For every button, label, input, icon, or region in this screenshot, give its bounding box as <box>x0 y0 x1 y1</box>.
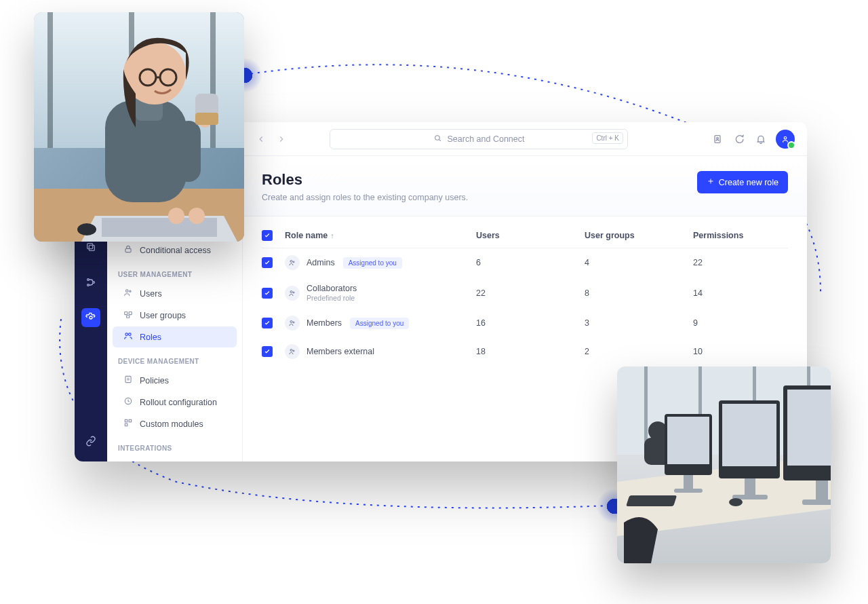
role-subtext: Predefined role <box>307 294 357 302</box>
svg-rect-61 <box>129 419 132 422</box>
sidebar-item-label: Roles <box>140 333 161 342</box>
svg-rect-54 <box>129 312 132 315</box>
sidebar-item-users[interactable]: Users <box>113 283 237 304</box>
svg-rect-40 <box>816 480 828 501</box>
svg-point-71 <box>290 321 292 323</box>
sidebar-item-label: Policies <box>140 376 169 385</box>
svg-point-19 <box>168 208 184 224</box>
svg-point-20 <box>189 208 205 224</box>
avatar[interactable] <box>776 130 795 149</box>
search-input[interactable]: Search and Connect Ctrl + K <box>330 129 628 149</box>
svg-point-68 <box>293 261 294 263</box>
sidebar-item-rollout[interactable]: Rollout configuration <box>113 392 237 413</box>
svg-point-73 <box>290 350 292 352</box>
search-placeholder: Search and Connect <box>448 134 525 144</box>
shortcut-hint: Ctrl + K <box>592 132 623 144</box>
row-checkbox[interactable] <box>262 346 273 357</box>
cell-groups: 2 <box>585 347 693 356</box>
select-all-checkbox[interactable] <box>262 230 273 241</box>
sidebar-item-roles[interactable]: Roles <box>113 326 237 347</box>
nav-forward-button[interactable] <box>275 133 288 145</box>
role-name: Members external <box>307 347 374 356</box>
rail-item-link[interactable] <box>81 432 100 451</box>
table-row[interactable]: AdminsAssigned to you6422 <box>262 248 788 277</box>
plus-icon <box>707 177 715 187</box>
role-icon <box>285 255 300 270</box>
table-row[interactable]: MembersAssigned to you1639 <box>262 309 788 337</box>
svg-rect-53 <box>125 312 127 315</box>
col-user-groups[interactable]: User groups <box>585 231 693 240</box>
row-checkbox[interactable] <box>262 288 273 299</box>
cell-users: 18 <box>476 347 585 356</box>
sidebar-item-endpoint-protection[interactable]: Endpoint Protection <box>113 457 237 461</box>
modules-icon <box>123 418 133 430</box>
button-label: Create new role <box>719 178 778 187</box>
sidebar-item-label: User groups <box>140 311 186 320</box>
sidebar-item-conditional-access[interactable]: Conditional access <box>113 240 237 261</box>
svg-rect-39 <box>787 390 831 466</box>
table-header: Role name↑ Users User groups Permissions <box>262 223 788 248</box>
svg-point-46 <box>87 279 90 281</box>
col-role-name[interactable]: Role name↑ <box>285 231 476 240</box>
svg-rect-15 <box>176 121 201 182</box>
sidebar-item-label: Rollout configuration <box>140 398 217 407</box>
col-users[interactable]: Users <box>476 231 585 240</box>
role-name: Admins <box>307 258 335 267</box>
chat-icon[interactable] <box>732 132 746 146</box>
photo-user-laptop <box>34 12 244 242</box>
svg-point-66 <box>784 136 787 139</box>
sidebar-item-label: Conditional access <box>140 246 211 255</box>
svg-point-69 <box>290 290 292 292</box>
sidebar-item-label: Custom modules <box>140 419 203 429</box>
role-icon <box>285 344 300 359</box>
svg-point-47 <box>87 284 90 286</box>
svg-rect-33 <box>674 489 703 493</box>
svg-point-8 <box>77 223 96 235</box>
role-cell: MembersAssigned to you <box>285 316 476 331</box>
topbar: Search and Connect Ctrl + K <box>243 122 807 156</box>
svg-rect-2 <box>47 12 53 148</box>
contacts-icon[interactable] <box>711 132 724 146</box>
photo-office-desks <box>617 366 831 563</box>
cell-perms: 9 <box>693 318 788 328</box>
svg-rect-42 <box>626 495 677 506</box>
role-name: Members <box>307 318 342 328</box>
user-groups-icon <box>123 309 133 321</box>
cell-groups: 4 <box>585 258 693 267</box>
row-checkbox[interactable] <box>262 257 273 268</box>
svg-point-74 <box>293 350 294 352</box>
roles-icon <box>123 331 133 343</box>
page-header: Roles Create and assign roles to the exi… <box>243 156 807 216</box>
bell-icon[interactable] <box>754 132 768 146</box>
svg-point-27 <box>648 421 667 440</box>
svg-point-67 <box>290 261 292 263</box>
svg-rect-62 <box>125 423 127 426</box>
sidebar-item-policies[interactable]: Policies <box>113 370 237 391</box>
create-role-button[interactable]: Create new role <box>697 171 788 193</box>
cell-users: 6 <box>476 258 585 267</box>
sidebar-item-user-groups[interactable]: User groups <box>113 305 237 326</box>
lock-icon <box>123 244 133 256</box>
row-checkbox[interactable] <box>262 318 273 328</box>
table-row[interactable]: Members external18210 <box>262 337 788 366</box>
svg-rect-32 <box>684 475 693 490</box>
table-row[interactable]: CollaboratorsPredefined role22814 <box>262 277 788 309</box>
cell-groups: 8 <box>585 288 693 298</box>
svg-point-49 <box>90 316 92 319</box>
rail-item-branch[interactable] <box>81 273 100 292</box>
svg-rect-4 <box>210 12 216 148</box>
nav-back-button[interactable] <box>255 133 267 145</box>
col-permissions[interactable]: Permissions <box>693 231 788 240</box>
svg-rect-31 <box>667 417 709 464</box>
sidebar-item-custom-modules[interactable]: Custom modules <box>113 413 237 434</box>
svg-rect-36 <box>745 478 755 496</box>
sidebar-item-label: Users <box>140 289 162 299</box>
search-icon <box>433 134 442 145</box>
svg-point-70 <box>293 292 294 293</box>
svg-point-48 <box>93 282 95 284</box>
svg-point-63 <box>435 135 439 140</box>
cell-perms: 22 <box>693 258 788 267</box>
rail-item-settings[interactable] <box>81 308 100 327</box>
role-cell: AdminsAssigned to you <box>285 255 476 270</box>
svg-point-51 <box>126 290 129 292</box>
